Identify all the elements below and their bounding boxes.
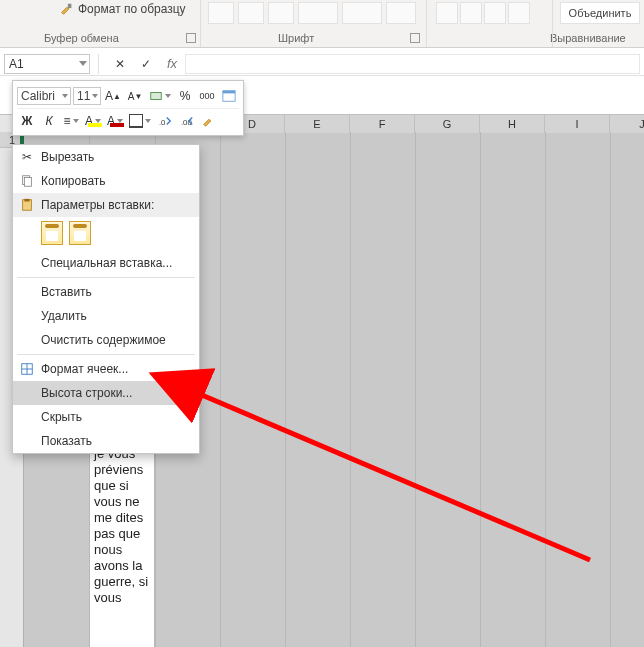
paste-option-values[interactable]: [69, 221, 91, 245]
ctx-show[interactable]: Показать: [13, 429, 199, 453]
svg-rect-7: [24, 178, 31, 187]
ctx-label: Показать: [41, 434, 92, 448]
cancel-icon[interactable]: ✕: [113, 57, 127, 71]
separator: [17, 354, 195, 355]
ctx-delete[interactable]: Удалить: [13, 304, 199, 328]
ribbon-button[interactable]: [508, 2, 530, 24]
bold-button[interactable]: Ж: [17, 111, 37, 131]
column-header-e[interactable]: E: [285, 115, 350, 133]
gridline: [610, 132, 611, 647]
grow-font-button[interactable]: A▲: [103, 86, 123, 106]
italic-button[interactable]: К: [39, 111, 59, 131]
borders-button[interactable]: [127, 111, 153, 131]
scissors-icon: ✂: [19, 149, 35, 165]
group-label-font: Шрифт: [278, 32, 314, 44]
enter-icon[interactable]: ✓: [139, 57, 153, 71]
ctx-label: Формат ячеек...: [41, 362, 128, 376]
gridline: [220, 132, 221, 647]
ctx-cut[interactable]: ✂ Вырезать: [13, 145, 199, 169]
svg-rect-0: [68, 4, 72, 8]
gridline: [350, 132, 351, 647]
ribbon-button[interactable]: [484, 2, 506, 24]
decrease-decimal-button[interactable]: .00: [177, 111, 197, 131]
name-box[interactable]: A1: [4, 54, 90, 74]
align-button[interactable]: ≡: [61, 111, 81, 131]
font-name-select[interactable]: Calibri: [17, 87, 71, 105]
fill-color-button[interactable]: A: [83, 111, 103, 131]
format-painter-mini-button[interactable]: [199, 111, 219, 131]
ribbon-button[interactable]: [460, 2, 482, 24]
column-header-g[interactable]: G: [415, 115, 480, 133]
dialog-launcher-font-icon[interactable]: [410, 33, 420, 43]
chevron-down-icon: [79, 61, 87, 66]
copy-icon: [19, 173, 35, 189]
ribbon-button[interactable]: [386, 2, 416, 24]
ctx-paste-special[interactable]: Специальная вставка...: [13, 251, 199, 275]
svg-rect-1: [151, 93, 162, 100]
ctx-label: Копировать: [41, 174, 106, 188]
ctx-label: Удалить: [41, 309, 87, 323]
group-label-clipboard: Буфер обмена: [44, 32, 119, 44]
ribbon-separator: [552, 0, 553, 47]
accounting-format-button[interactable]: [147, 86, 173, 106]
column-header-f[interactable]: F: [350, 115, 415, 133]
ctx-clear[interactable]: Очистить содержимое: [13, 328, 199, 352]
ribbon-separator: [426, 0, 427, 47]
gridline: [480, 132, 481, 647]
name-box-value: A1: [9, 57, 24, 71]
ctx-row-height[interactable]: Высота строки...: [13, 381, 199, 405]
ctx-label: Высота строки...: [41, 386, 132, 400]
column-header-i[interactable]: I: [545, 115, 610, 133]
svg-text:.0: .0: [159, 117, 166, 126]
increase-decimal-button[interactable]: .0: [155, 111, 175, 131]
merge-cells-button[interactable]: Объединить: [560, 2, 640, 24]
ctx-hide[interactable]: Скрыть: [13, 405, 199, 429]
shrink-font-button[interactable]: A▼: [125, 86, 145, 106]
format-table-button[interactable]: [219, 86, 239, 106]
chevron-down-icon: [165, 94, 171, 98]
ctx-insert[interactable]: Вставить: [13, 280, 199, 304]
ctx-label: Специальная вставка...: [41, 256, 172, 270]
separator: [98, 54, 99, 74]
ribbon: Формат по образцу Буфер обмена Шрифт Выр…: [0, 0, 644, 48]
paste-option-default[interactable]: [41, 221, 63, 245]
ctx-label: Скрыть: [41, 410, 82, 424]
ribbon-button[interactable]: [298, 2, 338, 24]
gridline: [415, 132, 416, 647]
percent-button[interactable]: %: [175, 86, 195, 106]
ribbon-button[interactable]: [342, 2, 382, 24]
ribbon-button[interactable]: [208, 2, 234, 24]
clipboard-icon: [19, 197, 35, 213]
context-menu: ✂ Вырезать Копировать Параметры вставки:…: [12, 144, 200, 454]
mini-toolbar: Calibri 11 A▲ A▼ % 000 Ж К ≡ A A .0 .00: [12, 80, 244, 136]
dialog-launcher-clipboard-icon[interactable]: [186, 33, 196, 43]
font-color-button[interactable]: A: [105, 111, 125, 131]
column-header-h[interactable]: H: [480, 115, 545, 133]
ctx-format-cells[interactable]: Формат ячеек...: [13, 357, 199, 381]
formula-bar-input[interactable]: [185, 54, 640, 74]
chevron-down-icon: [92, 94, 98, 98]
format-painter-button[interactable]: Формат по образцу: [60, 2, 186, 16]
ctx-label: Вставить: [41, 285, 92, 299]
fx-icon[interactable]: fx: [165, 57, 179, 71]
ctx-copy[interactable]: Копировать: [13, 169, 199, 193]
chevron-down-icon: [62, 94, 68, 98]
group-label-align: Выравнивание: [550, 32, 626, 44]
ctx-label: Параметры вставки:: [41, 198, 154, 212]
ribbon-button[interactable]: [238, 2, 264, 24]
ctx-label: Очистить содержимое: [41, 333, 166, 347]
comma-style-button[interactable]: 000: [197, 86, 217, 106]
cell-b1[interactable]: je vous préviens que si vous ne me dites…: [89, 443, 155, 647]
font-size-select[interactable]: 11: [73, 87, 101, 105]
separator: [17, 277, 195, 278]
paintbrush-icon: [60, 2, 74, 16]
format-painter-label: Формат по образцу: [78, 2, 186, 16]
cell-text: je vous préviens que si vous ne me dites…: [94, 446, 148, 605]
ribbon-separator: [200, 0, 201, 47]
ribbon-button[interactable]: [268, 2, 294, 24]
formula-bar-row: A1 ✕ ✓ fx: [0, 52, 644, 76]
ctx-paste-options-header: Параметры вставки:: [13, 193, 199, 217]
column-header-j[interactable]: J: [610, 115, 644, 133]
svg-rect-3: [223, 91, 235, 94]
ribbon-button[interactable]: [436, 2, 458, 24]
